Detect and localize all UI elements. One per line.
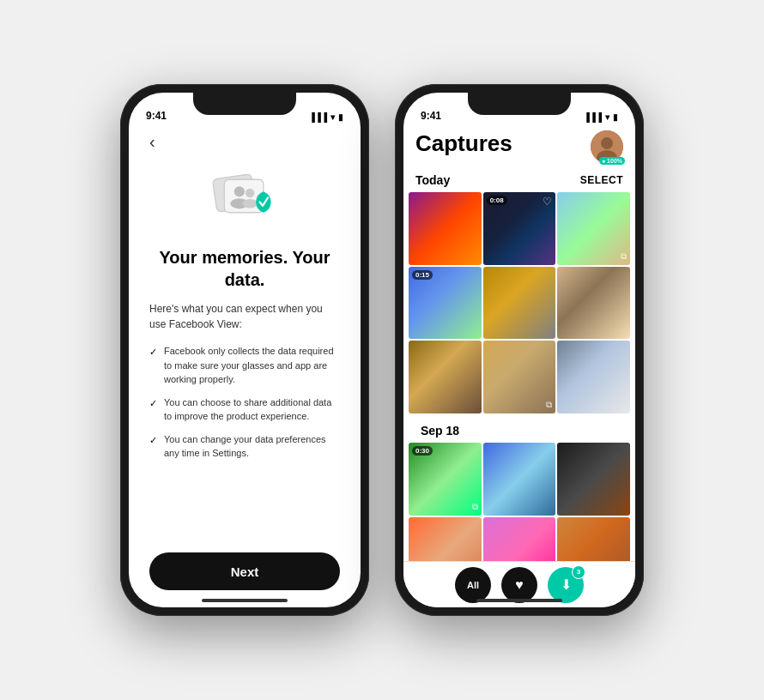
left-screen: 9:41 ▐▐▐ ▾ ▮ ‹ [129,93,361,607]
battery-icon-right: ▮ [613,112,618,122]
today-photo-grid: 0:08 ♡ ⧉ 0:15 [409,192,630,413]
copy-icon-10: ⧉ [472,502,478,512]
svg-point-2 [234,186,245,196]
captures-title: Captures [415,130,512,157]
photo-bg-5 [483,267,556,340]
status-icons-right: ▐▐▐ ▾ ▮ [584,112,618,122]
photo-bg-1 [409,192,482,265]
status-time-left: 9:41 [146,110,167,122]
right-phone: 9:41 ▐▐▐ ▾ ▮ Captures ● [395,84,644,616]
svg-point-7 [601,137,613,149]
photo-cell-12[interactable] [557,443,630,516]
heart-tab-icon: ♥ [515,577,524,593]
bullet-list: ✓ Facebook only collects the data requir… [149,344,340,546]
captures-scroll[interactable]: 0:08 ♡ ⧉ 0:15 [403,192,635,561]
check-icon-3: ✓ [149,433,157,461]
photo-cell-13[interactable] [409,517,482,561]
photo-bg-13 [409,517,482,561]
video-badge-2: 0:08 [487,196,507,205]
copy-icon-8: ⧉ [546,400,552,410]
back-button[interactable]: ‹ [149,132,340,152]
photo-bg-7 [409,341,482,413]
photo-bg-8 [483,341,556,413]
bullet-text-1: Facebook only collects the data required… [164,344,340,387]
home-indicator-left [202,599,288,602]
bullet-text-3: You can change your data preferences any… [164,432,340,461]
svg-point-5 [242,199,258,208]
tab-heart-button[interactable]: ♥ [501,567,537,603]
photo-cell-2[interactable]: 0:08 ♡ [483,192,556,265]
photo-cell-1[interactable] [409,192,482,265]
photo-bg-11 [483,443,556,516]
today-section-header: Today SELECT [403,170,635,192]
notch-right [468,93,571,115]
signal-icon-right: ▐▐▐ [584,112,602,122]
check-icon-2: ✓ [149,396,157,424]
wifi-icon: ▾ [330,112,335,122]
right-screen-content: Captures ● 100% Today SELECT [403,125,635,607]
home-indicator-right [476,599,562,602]
photo-cell-9[interactable] [557,341,630,413]
photo-cell-6[interactable] [557,267,630,340]
signal-icon: ▐▐▐ [309,112,327,122]
photo-bg-6 [557,267,630,340]
privacy-icon-svg [210,169,279,229]
sep18-section-header: Sep 18 [409,420,630,443]
photo-bg-14 [483,517,556,561]
heart-icon-2: ♡ [543,196,552,208]
bullet-text-2: You can choose to share additional data … [164,395,340,424]
photo-cell-11[interactable] [483,443,556,516]
photo-cell-5[interactable] [483,267,556,340]
svg-point-4 [246,189,255,198]
photo-cell-15[interactable] [557,517,630,561]
sep18-label: Sep 18 [421,424,459,438]
select-button[interactable]: SELECT [580,174,623,186]
status-time-right: 9:41 [421,110,441,122]
privacy-icon-container [149,169,340,229]
avatar-badge: ● 100% [599,157,625,165]
privacy-subtitle: Here's what you can expect when you use … [149,301,340,332]
status-icons-left: ▐▐▐ ▾ ▮ [309,112,343,122]
notch [193,93,296,115]
left-screen-content: ‹ Your memories. [129,125,361,607]
tab-all-button[interactable]: All [455,567,491,603]
today-label: Today [415,173,450,187]
download-badge: 3 [572,565,585,579]
photo-bg-12 [557,443,630,516]
photo-bg-15 [557,517,630,561]
check-icon-1: ✓ [149,345,157,387]
photo-cell-7[interactable] [409,341,482,413]
bullet-item-2: ✓ You can choose to share additional dat… [149,395,340,424]
video-badge-10: 0:30 [412,446,433,456]
photo-cell-3[interactable]: ⧉ [557,192,630,265]
photo-cell-14[interactable] [483,517,556,561]
video-badge-4: 0:15 [412,270,433,280]
bullet-item-3: ✓ You can change your data preferences a… [149,432,340,461]
right-screen: 9:41 ▐▐▐ ▾ ▮ Captures ● [403,93,635,607]
bullet-item-1: ✓ Facebook only collects the data requir… [149,344,340,387]
next-button[interactable]: Next [149,552,340,590]
copy-icon-3: ⧉ [621,251,627,262]
photo-cell-4[interactable]: 0:15 [409,267,482,340]
photo-bg-3 [557,192,630,265]
battery-icon: ▮ [338,112,343,122]
captures-header: Captures ● 100% [403,125,635,170]
privacy-title: Your memories. Your data. [149,246,340,291]
download-tab-icon: ⬇ [561,576,572,593]
sep18-photo-grid: 0:30 ⧉ [409,443,630,561]
wifi-icon-right: ▾ [605,112,609,122]
tab-download-button[interactable]: ⬇ 3 [548,567,584,603]
photo-bg-9 [557,341,630,413]
photo-cell-8[interactable]: ⧉ [483,341,556,413]
left-phone: 9:41 ▐▐▐ ▾ ▮ ‹ [120,84,369,616]
photo-cell-10[interactable]: 0:30 ⧉ [409,443,482,516]
avatar-container[interactable]: ● 100% [591,130,623,163]
